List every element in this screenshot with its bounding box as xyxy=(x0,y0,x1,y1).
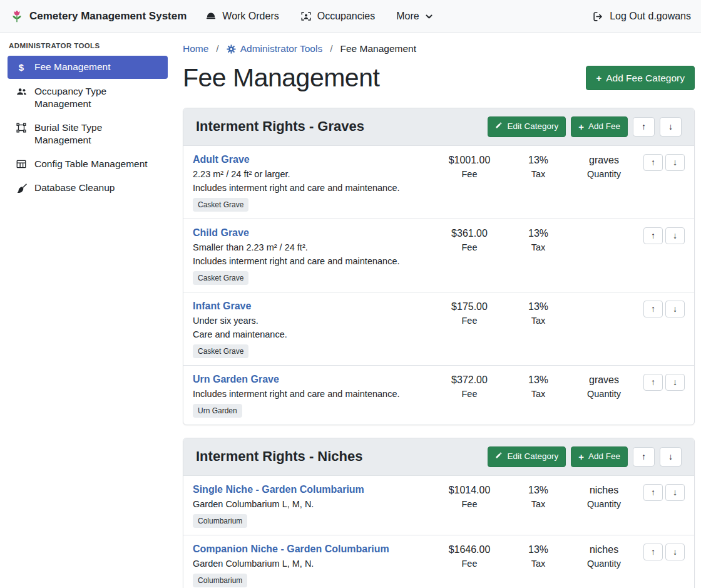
move-category-up-button[interactable]: ↑ xyxy=(633,447,655,467)
page-title: Fee Management xyxy=(183,63,379,93)
fee-name-link[interactable]: Adult Grave xyxy=(193,154,250,165)
fee-row: Child Grave Smaller than 2.23 m² / 24 ft… xyxy=(183,219,694,292)
fee-name-link[interactable]: Single Niche - Garden Columbarium xyxy=(193,484,364,495)
fee-amount: $1001.00 xyxy=(432,155,507,166)
fee-category-card-niches: Interment Rights - Niches Edit Category … xyxy=(183,438,695,588)
fee-description: Includes interment right and care and ma… xyxy=(193,256,432,266)
add-fee-button[interactable]: + Add Fee xyxy=(571,446,628,467)
sidebar-item-label: Database Cleanup xyxy=(34,182,115,194)
fee-name-link[interactable]: Companion Niche - Garden Columbarium xyxy=(193,544,389,555)
add-fee-button[interactable]: + Add Fee xyxy=(571,116,628,137)
fee-amount: $175.00 xyxy=(432,301,507,312)
quantity-column: niches Quantity xyxy=(570,484,638,509)
sidebar-item-label: Config Table Management xyxy=(34,158,148,170)
fee-amount: $361.00 xyxy=(432,228,507,239)
table-icon xyxy=(15,158,28,170)
move-fee-down-button[interactable]: ↓ xyxy=(665,484,685,502)
plus-icon: + xyxy=(596,73,601,83)
sidebar-item-fee-management[interactable]: $ Fee Management xyxy=(8,56,168,79)
quantity-column: niches Quantity xyxy=(570,544,638,569)
fee-type-badge: Columbarium xyxy=(193,574,247,587)
move-fee-up-button[interactable]: ↑ xyxy=(643,544,663,561)
sidebar-item-burial-site-type[interactable]: Burial Site Type Management xyxy=(8,116,168,152)
move-category-down-button[interactable]: ↓ xyxy=(660,447,682,467)
move-fee-up-button[interactable]: ↑ xyxy=(643,227,663,245)
tax-label: Tax xyxy=(507,169,570,179)
breadcrumb-admin-tools-label: Administrator Tools xyxy=(240,43,323,54)
fee-name-link[interactable]: Urn Garden Grave xyxy=(193,374,279,385)
nav-more-label: More xyxy=(396,11,419,22)
move-fee-up-button[interactable]: ↑ xyxy=(643,374,663,391)
fee-description: 2.23 m² / 24 ft² or larger. xyxy=(193,169,432,179)
move-fee-down-button[interactable]: ↓ xyxy=(665,544,685,561)
fee-description: Under six years. xyxy=(193,316,432,326)
tax-column: 13% Tax xyxy=(507,544,570,569)
breadcrumb-home[interactable]: Home xyxy=(183,43,208,54)
plus-icon: + xyxy=(578,452,584,462)
tax-value: 13% xyxy=(507,155,570,166)
tax-column: 13% Tax xyxy=(507,484,570,509)
move-fee-up-button[interactable]: ↑ xyxy=(643,301,663,318)
logout-label: Log Out d.gowans xyxy=(610,11,691,22)
move-fee-down-button[interactable]: ↓ xyxy=(665,374,685,391)
tax-value: 13% xyxy=(507,544,570,555)
vector-square-icon xyxy=(15,122,28,133)
fee-reorder-controls: ↑ ↓ xyxy=(638,227,685,245)
fee-amount-column: $175.00 Fee xyxy=(432,301,507,326)
fee-type-badge: Urn Garden xyxy=(193,404,242,418)
category-title: Interment Rights - Graves xyxy=(196,118,364,135)
sidebar-item-database-cleanup[interactable]: Database Cleanup xyxy=(8,177,168,199)
fee-info: Urn Garden Grave Includes interment righ… xyxy=(193,374,432,418)
fee-type-badge: Casket Grave xyxy=(193,271,248,285)
fee-label: Fee xyxy=(432,499,507,509)
fee-amount-column: $372.00 Fee xyxy=(432,374,507,399)
move-fee-up-button[interactable]: ↑ xyxy=(643,154,663,172)
move-fee-down-button[interactable]: ↓ xyxy=(665,301,685,318)
fee-reorder-controls: ↑ ↓ xyxy=(638,544,685,561)
fee-name-link[interactable]: Child Grave xyxy=(193,227,249,239)
tax-column: 13% Tax xyxy=(507,154,570,179)
move-category-down-button[interactable]: ↓ xyxy=(660,117,682,137)
tax-label: Tax xyxy=(507,242,570,252)
fee-reorder-controls: ↑ ↓ xyxy=(638,301,685,318)
sidebar-item-occupancy-type[interactable]: Occupancy Type Management xyxy=(8,80,168,115)
add-fee-category-button[interactable]: + Add Fee Category xyxy=(586,66,695,90)
sidebar-item-config-table[interactable]: Config Table Management xyxy=(8,153,168,175)
nav-work-orders[interactable]: Work Orders xyxy=(205,11,279,22)
logout-button[interactable]: Log Out d.gowans xyxy=(592,11,691,23)
tax-label: Tax xyxy=(507,316,570,326)
sidebar-item-label: Fee Management xyxy=(34,61,111,73)
tax-value: 13% xyxy=(507,485,570,496)
quantity-label: Quantity xyxy=(570,169,638,179)
edit-category-button[interactable]: Edit Category xyxy=(488,446,566,467)
fee-row: Infant Grave Under six years. Care and m… xyxy=(183,292,694,366)
edit-category-button[interactable]: Edit Category xyxy=(488,116,566,137)
broom-icon xyxy=(15,182,28,194)
tax-value: 13% xyxy=(507,228,570,239)
category-actions: Edit Category + Add Fee ↑ ↓ xyxy=(488,116,682,137)
app-brand[interactable]: Cemetery Management System xyxy=(10,9,187,23)
plus-icon: + xyxy=(578,122,584,132)
fee-name-link[interactable]: Infant Grave xyxy=(193,301,251,312)
fee-amount-column: $361.00 Fee xyxy=(432,227,507,252)
fee-amount: $1646.00 xyxy=(432,544,507,555)
fee-amount-column: $1646.00 Fee xyxy=(432,544,507,569)
dollar-icon: $ xyxy=(15,61,28,74)
nav-occupancies[interactable]: Occupancies xyxy=(300,11,376,22)
move-fee-up-button[interactable]: ↑ xyxy=(643,484,663,502)
tax-label: Tax xyxy=(507,389,570,399)
move-fee-down-button[interactable]: ↓ xyxy=(665,227,685,245)
breadcrumb-admin-tools[interactable]: Administrator Tools xyxy=(227,43,323,54)
quantity-unit: graves xyxy=(570,155,638,166)
move-category-up-button[interactable]: ↑ xyxy=(633,117,655,137)
tax-value: 13% xyxy=(507,301,570,312)
quantity-column: graves Quantity xyxy=(570,154,638,179)
fee-row: Adult Grave 2.23 m² / 24 ft² or larger. … xyxy=(183,146,694,219)
nav-more[interactable]: More xyxy=(396,11,432,22)
edit-category-label: Edit Category xyxy=(507,451,558,462)
tax-label: Tax xyxy=(507,499,570,509)
quantity-label: Quantity xyxy=(570,559,638,569)
fee-amount-column: $1001.00 Fee xyxy=(432,154,507,179)
tulip-logo-icon xyxy=(10,9,24,23)
move-fee-down-button[interactable]: ↓ xyxy=(665,154,685,172)
